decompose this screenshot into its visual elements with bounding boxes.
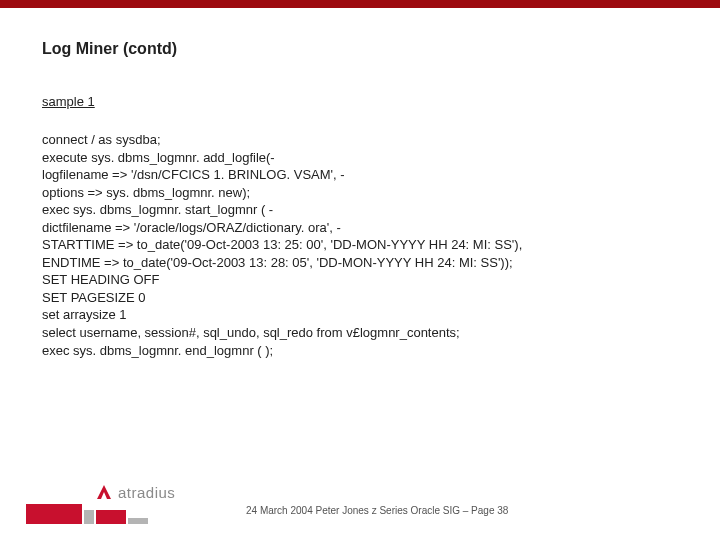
slide-content: Log Miner (contd) sample 1 connect / as … xyxy=(0,8,720,359)
top-accent-bar xyxy=(0,0,720,8)
code-line: exec sys. dbms_logmnr. end_logmnr ( ); xyxy=(42,342,678,360)
code-line: execute sys. dbms_logmnr. add_logfile(- xyxy=(42,149,678,167)
stripe-grey-1 xyxy=(84,510,94,524)
code-line: set arraysize 1 xyxy=(42,306,678,324)
slide-title: Log Miner (contd) xyxy=(42,40,678,58)
code-line: connect / as sysdba; xyxy=(42,131,678,149)
code-line: logfilename => '/dsn/CFCICS 1. BRINLOG. … xyxy=(42,166,678,184)
code-line: ENDTIME => to_date('09-Oct-2003 13: 28: … xyxy=(42,254,678,272)
footer-area: atradius 24 March 2004 Peter Jones z Ser… xyxy=(0,502,720,524)
brand-logo: atradius xyxy=(94,482,175,502)
code-line: STARTTIME => to_date('09-Oct-2003 13: 25… xyxy=(42,236,678,254)
stripe-grey-2 xyxy=(128,518,148,524)
code-line: SET PAGESIZE 0 xyxy=(42,289,678,307)
logo-icon xyxy=(94,482,114,502)
code-line: SET HEADING OFF xyxy=(42,271,678,289)
sample-label: sample 1 xyxy=(42,94,678,109)
code-line: dictfilename => '/oracle/logs/ORAZ/dicti… xyxy=(42,219,678,237)
stripe-red-1 xyxy=(26,504,82,524)
footer-text: 24 March 2004 Peter Jones z Series Oracl… xyxy=(246,505,508,516)
stripe-red-2 xyxy=(96,510,126,524)
logo-text: atradius xyxy=(118,484,175,501)
code-line: exec sys. dbms_logmnr. start_logmnr ( - xyxy=(42,201,678,219)
code-line: select username, session#, sql_undo, sql… xyxy=(42,324,678,342)
code-line: options => sys. dbms_logmnr. new); xyxy=(42,184,678,202)
code-block: connect / as sysdba;execute sys. dbms_lo… xyxy=(42,131,678,359)
